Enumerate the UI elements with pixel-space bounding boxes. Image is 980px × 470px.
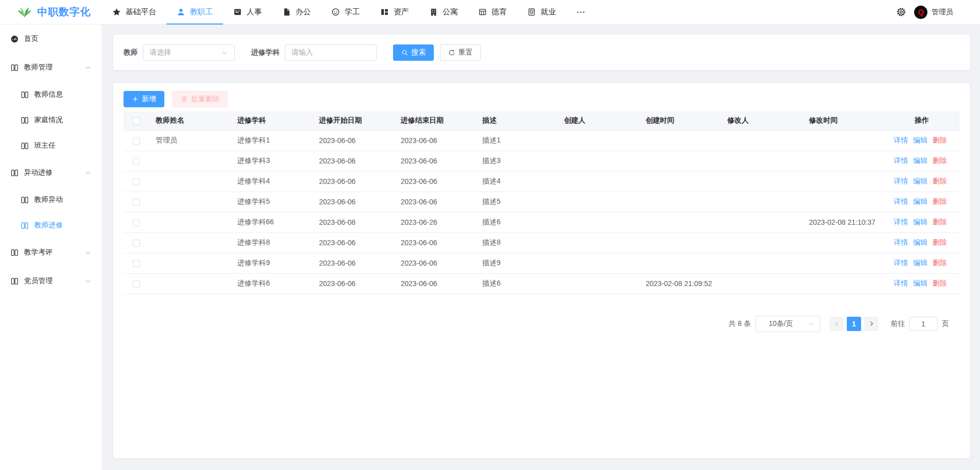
delete-link[interactable]: 删除 [933, 238, 947, 246]
nav-tabs: 基础平台教职工人事办公学工资产公寓德育就业 [102, 0, 596, 25]
sidebar-subitem-teacher-transfer[interactable]: 教师异动 [0, 187, 102, 213]
delete-link[interactable]: 删除 [933, 177, 947, 185]
detail-link[interactable]: 详情 [894, 218, 908, 226]
detail-link[interactable]: 详情 [894, 156, 908, 165]
book-icon [20, 90, 29, 99]
edit-link[interactable]: 编辑 [913, 136, 927, 144]
goto-page-input[interactable]: 1 [909, 317, 938, 331]
page-size-select[interactable]: 10条/页 [755, 316, 820, 332]
prev-page-button[interactable] [829, 317, 844, 331]
delete-link[interactable]: 删除 [933, 156, 947, 165]
detail-link[interactable]: 详情 [894, 279, 908, 287]
sidebar-subitem-teacher-info[interactable]: 教师信息 [0, 82, 102, 107]
current-page[interactable]: 1 [847, 317, 861, 331]
sidebar-subitem-teacher-training[interactable]: 教师进修 [0, 213, 102, 238]
total-count: 共 8 条 [728, 319, 751, 328]
sidebar-item-teacher-mgmt[interactable]: 教师管理 [0, 53, 102, 82]
edit-link[interactable]: 编辑 [913, 197, 927, 205]
nav-tab-apartment[interactable]: 公寓 [419, 0, 468, 25]
nav-tab-hr[interactable]: 人事 [223, 0, 272, 25]
cell-description: 描述6 [476, 273, 557, 294]
cell-modify-time [802, 253, 884, 273]
row-checkbox[interactable] [133, 178, 140, 185]
cell-subject: 进修学科8 [231, 232, 312, 253]
sidebar-subitem-label: 教师进修 [34, 221, 63, 230]
sidebar-subitem-label: 家庭情况 [34, 115, 63, 125]
cell-operation: 详情编辑删除 [884, 192, 960, 212]
sidebar-item-label: 异动进修 [24, 168, 53, 177]
sidebar-subitem-family-info[interactable]: 家庭情况 [0, 107, 102, 133]
search-button[interactable]: 搜索 [393, 44, 434, 61]
cell-create-time [639, 130, 721, 151]
cell-description: 描述1 [476, 130, 557, 151]
subject-input[interactable]: 请输入 [285, 44, 377, 61]
cell-operation: 详情编辑删除 [884, 151, 960, 171]
avatar[interactable]: Q [914, 6, 927, 19]
edit-link[interactable]: 编辑 [913, 177, 927, 185]
row-checkbox[interactable] [133, 199, 140, 206]
edit-link[interactable]: 编辑 [913, 156, 927, 165]
cell-start-date: 2023-06-06 [312, 130, 394, 151]
sidebar-item-teaching-eval[interactable]: 教学考评 [0, 238, 102, 267]
delete-link[interactable]: 删除 [933, 197, 947, 205]
row-checkbox[interactable] [133, 158, 140, 165]
sidebar-subitem-head-teacher[interactable]: 班主任 [0, 133, 102, 158]
delete-link[interactable]: 删除 [933, 218, 947, 226]
settings-gear-icon[interactable] [896, 7, 906, 17]
nav-tab-base-platform[interactable]: 基础平台 [102, 0, 166, 25]
app-title: 中职数字化 [37, 5, 91, 19]
batch-delete-button[interactable]: 批量删除 [173, 91, 228, 107]
cell-subject: 进修学科1 [231, 130, 312, 151]
cell-end-date: 2023-06-06 [394, 130, 476, 151]
row-checkbox[interactable] [133, 219, 140, 226]
edit-link[interactable]: 编辑 [913, 238, 927, 246]
edit-link[interactable]: 编辑 [913, 279, 927, 287]
detail-link[interactable]: 详情 [894, 197, 908, 205]
sidebar-item-home[interactable]: 首页 [0, 25, 102, 53]
cell-subject: 进修学科4 [231, 171, 312, 192]
cell-start-date: 2023-06-06 [312, 232, 394, 253]
reset-button[interactable]: 重置 [440, 44, 481, 61]
delete-link[interactable]: 删除 [933, 258, 947, 267]
sidebar-item-transfer-training[interactable]: 异动进修 [0, 158, 102, 187]
cell-create-time [639, 232, 721, 253]
row-checkbox[interactable] [133, 240, 140, 247]
teacher-select[interactable]: 请选择 [143, 44, 235, 61]
nav-more-button[interactable] [566, 0, 596, 25]
nav-tab-student[interactable]: 学工 [321, 0, 370, 25]
row-checkbox[interactable] [133, 137, 140, 145]
detail-link[interactable]: 详情 [894, 177, 908, 185]
cell-subject: 进修学科5 [231, 192, 312, 212]
column-header-creator: 创建人 [557, 111, 639, 130]
cell-operation: 详情编辑删除 [884, 232, 960, 253]
nav-tab-moral-edu[interactable]: 德育 [468, 0, 517, 25]
nav-tab-label: 教职工 [190, 7, 213, 17]
nav-tab-asset[interactable]: 资产 [370, 0, 419, 25]
cell-teacher-name [149, 232, 231, 253]
row-checkbox[interactable] [133, 280, 140, 288]
delete-link[interactable]: 删除 [933, 136, 947, 144]
building-icon [429, 8, 438, 16]
delete-link[interactable]: 删除 [933, 279, 947, 287]
add-button[interactable]: 新增 [124, 91, 164, 107]
cell-description: 描述9 [476, 253, 557, 273]
cell-modifier [721, 232, 802, 253]
row-checkbox[interactable] [133, 260, 140, 267]
detail-link[interactable]: 详情 [894, 238, 908, 246]
sidebar-subitem-label: 教师异动 [34, 195, 63, 204]
edit-link[interactable]: 编辑 [913, 258, 927, 267]
detail-link[interactable]: 详情 [894, 258, 908, 267]
nav-tab-employment[interactable]: 就业 [517, 0, 566, 25]
detail-link[interactable]: 详情 [894, 136, 908, 144]
user-name[interactable]: 管理员 [932, 8, 953, 17]
select-all-checkbox[interactable] [133, 118, 140, 125]
cell-create-time [639, 253, 721, 273]
edit-link[interactable]: 编辑 [913, 218, 927, 226]
next-page-button[interactable] [864, 317, 878, 331]
user-icon [177, 8, 185, 16]
top-navbar: 中职数字化 基础平台教职工人事办公学工资产公寓德育就业 Q 管理员 [0, 0, 980, 25]
sidebar-item-party-mgmt[interactable]: 党员管理 [0, 267, 102, 295]
nav-tab-staff[interactable]: 教职工 [166, 0, 223, 25]
nav-tab-office[interactable]: 办公 [272, 0, 321, 25]
cell-operation: 详情编辑删除 [884, 130, 960, 151]
